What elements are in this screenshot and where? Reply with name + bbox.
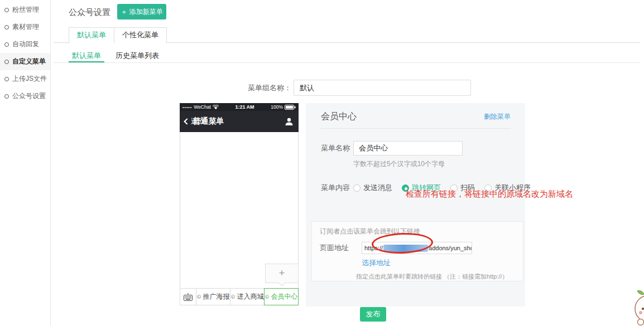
- radio-circle-icon: [353, 184, 361, 192]
- url-suffix: addons/yun_shop/?: [429, 245, 472, 251]
- sidebar-item-label: 公众号设置: [12, 91, 46, 101]
- circle-bullet-icon: [4, 25, 9, 30]
- annotation-text: 检查所有链接，将链接中的原域名改为新域名: [406, 189, 595, 200]
- page-title: 公众号设置: [69, 7, 110, 18]
- tab-personalized-menu[interactable]: 个性化菜单: [114, 27, 167, 43]
- sidebar-item-label: 素材管理: [12, 22, 39, 32]
- wifi-icon: [213, 105, 219, 109]
- url-hint: 指定点击此菜单时要跳转的链接 （注：链接需加http://）: [356, 273, 523, 281]
- circle-bullet-icon: [4, 42, 9, 47]
- phone-status-bar: ••••• WeChat 1:21 AM 100%: [180, 103, 299, 111]
- circle-bullet-icon: [4, 60, 9, 64]
- sidebar: 粉丝管理 素材管理 自动回复 自定义菜单 上传JS文件 公众号设置: [0, 0, 51, 326]
- menu-item-label: 进入商城: [237, 292, 264, 301]
- battery-percent: 100%: [271, 104, 283, 110]
- sidebar-item-account-settings[interactable]: 公众号设置: [0, 87, 50, 105]
- phone-nav-bar: 返回 普通菜单: [180, 111, 299, 132]
- circle-bullet-icon: [4, 8, 9, 12]
- mascot-widget-icon[interactable]: [627, 286, 644, 326]
- user-icon[interactable]: [285, 117, 294, 126]
- sidebar-item-material[interactable]: 素材管理: [0, 18, 50, 36]
- menu-item-enter-mall[interactable]: 进入商城: [230, 289, 265, 305]
- phone-menu-bar: 推广海报 进入商城 会员中心: [180, 288, 299, 305]
- link-settings-box: 订阅者点击该菜单会跳到以下链接 页面地址 https:// addons/yun…: [311, 221, 523, 281]
- phone-title: 普通菜单: [193, 116, 224, 126]
- editor-title: 会员中心: [321, 111, 357, 123]
- menu-name-input[interactable]: [353, 141, 463, 155]
- app-root: 粉丝管理 素材管理 自动回复 自定义菜单 上传JS文件 公众号设置 公众号设置 …: [0, 0, 644, 326]
- menu-name-hint: 字数不超过5个汉字或10个字母: [353, 159, 525, 169]
- carrier-label: WeChat: [194, 104, 211, 110]
- circle-bullet-icon: [4, 94, 9, 99]
- menu-dot-icon: [265, 295, 269, 299]
- publish-button[interactable]: 发布: [360, 307, 386, 322]
- sidebar-item-label: 自动回复: [12, 40, 39, 49]
- keyboard-toggle-button[interactable]: [180, 289, 196, 305]
- primary-tab-bar: 默认菜单 个性化菜单: [54, 27, 640, 43]
- keyboard-icon: [184, 293, 193, 301]
- redacted-domain-block: [383, 245, 428, 252]
- radio-label: 发送消息: [363, 183, 392, 193]
- menu-content-label: 菜单内容: [321, 183, 353, 193]
- phone-preview: ••••• WeChat 1:21 AM 100% 返回: [180, 103, 299, 305]
- link-box-tip: 订阅者点击该菜单会跳到以下链接: [320, 227, 523, 236]
- status-time: 1:21 AM: [235, 104, 254, 110]
- delete-menu-link[interactable]: 删除菜单: [484, 112, 511, 121]
- carrier-section: ••••• WeChat: [182, 104, 219, 110]
- menu-name-label: 菜单名称: [321, 143, 353, 153]
- url-prefix: https://: [364, 245, 383, 251]
- sidebar-item-auto-reply[interactable]: 自动回复: [0, 36, 50, 53]
- sidebar-item-fans[interactable]: 粉丝管理: [0, 1, 50, 18]
- menu-group-row: 菜单组名称：: [54, 80, 471, 96]
- secondary-tab-bar: 默认菜单 历史菜单列表: [54, 51, 640, 63]
- editor-header: 会员中心 删除菜单: [321, 111, 511, 123]
- battery-section: 100%: [271, 104, 296, 110]
- signal-dots-icon: •••••: [182, 105, 192, 109]
- menu-group-label: 菜单组名称：: [54, 83, 294, 93]
- page-url-row: 页面地址 https:// addons/yun_shop/?: [320, 242, 523, 254]
- menu-item-label: 会员中心: [271, 292, 298, 301]
- sidebar-item-label: 上传JS文件: [12, 74, 47, 84]
- menu-name-row: 菜单名称: [321, 141, 525, 155]
- menu-group-input[interactable]: [294, 80, 471, 96]
- page-url-label: 页面地址: [320, 243, 362, 253]
- sidebar-item-upload-js[interactable]: 上传JS文件: [0, 70, 50, 87]
- add-submenu-button[interactable]: +: [265, 264, 299, 283]
- chevron-left-icon: [184, 118, 190, 124]
- menu-item-member-center[interactable]: 会员中心: [264, 288, 299, 305]
- circle-bullet-icon: [4, 77, 9, 81]
- menu-item-poster[interactable]: 推广海报: [196, 289, 230, 305]
- menu-item-label: 推广海报: [203, 292, 230, 301]
- sidebar-item-custom-menu[interactable]: 自定义菜单: [0, 53, 50, 70]
- choose-address-link[interactable]: 选择地址: [362, 258, 523, 268]
- menu-dot-icon: [231, 295, 235, 299]
- divider: [321, 128, 511, 129]
- subtab-default-menu[interactable]: 默认菜单: [69, 51, 104, 62]
- sidebar-item-label: 粉丝管理: [12, 5, 39, 14]
- sidebar-item-label: 自定义菜单: [12, 57, 46, 66]
- add-menu-button[interactable]: ＋ 添加新菜单: [117, 4, 166, 20]
- radio-send-message[interactable]: 发送消息: [353, 183, 392, 193]
- subtab-history-menu-list[interactable]: 历史菜单列表: [112, 51, 162, 62]
- menu-dot-icon: [197, 295, 201, 299]
- page-url-input[interactable]: https:// addons/yun_shop/?: [362, 242, 472, 254]
- tab-default-menu[interactable]: 默认菜单: [69, 27, 114, 43]
- battery-icon: [285, 105, 296, 110]
